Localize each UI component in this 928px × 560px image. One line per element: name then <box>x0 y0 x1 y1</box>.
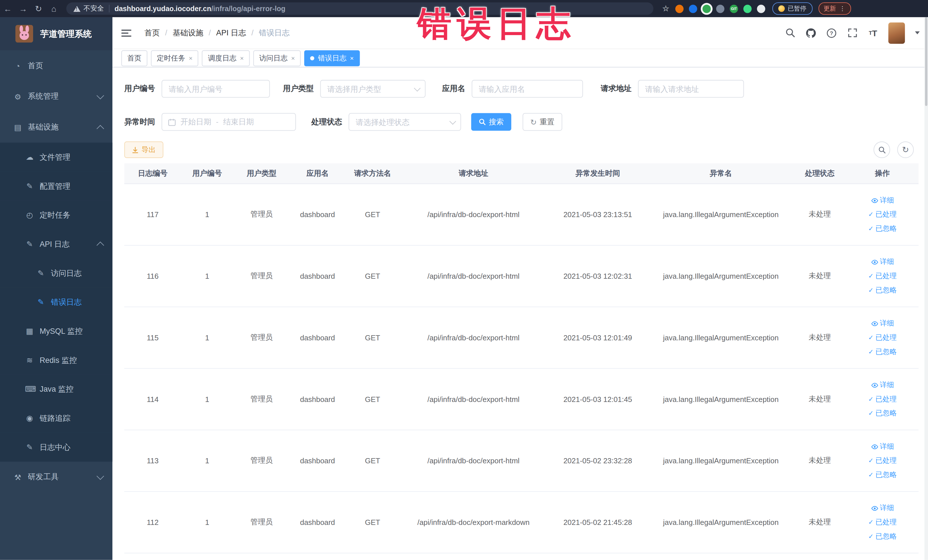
ext-green-icon[interactable] <box>703 5 711 13</box>
search-button[interactable]: 搜索 <box>471 113 511 131</box>
tab-home[interactable]: 首页 <box>121 50 147 66</box>
column-header[interactable]: 请求方法名 <box>345 168 400 178</box>
sidebar-item-file-management[interactable]: ☁ 文件管理 <box>0 143 112 172</box>
sidebar-item-scheduled-tasks[interactable]: ◴ 定时任务 <box>0 201 112 230</box>
column-header[interactable]: 异常发生时间 <box>547 168 649 178</box>
fullscreen-icon[interactable] <box>847 27 858 38</box>
column-header[interactable]: 应用名 <box>290 168 345 178</box>
sidebar-item-error-log[interactable]: ✎ 错误日志 <box>0 288 112 317</box>
reset-button[interactable]: ↻ 重置 <box>523 113 562 131</box>
user-menu-caret-icon[interactable] <box>915 31 920 34</box>
column-header[interactable]: 日志编号 <box>124 168 181 178</box>
show-search-toggle-button[interactable] <box>873 142 890 158</box>
page-scrollbar[interactable] <box>925 17 928 560</box>
action-detail-link[interactable]: 详细 <box>871 257 894 267</box>
sidebar-item-access-log[interactable]: ✎ 访问日志 <box>0 259 112 288</box>
browser-home-icon[interactable]: ⌂ <box>46 4 62 13</box>
kebab-menu-icon[interactable]: ⋮ <box>839 5 846 12</box>
browser-reload-icon[interactable]: ↻ <box>31 4 46 13</box>
logo[interactable]: 芋道管理系统 <box>0 17 112 50</box>
action-processed-link[interactable]: ✓ 已处理 <box>868 209 897 220</box>
sidebar-item-config-management[interactable]: ✎ 配置管理 <box>0 172 112 201</box>
ext-grid-icon[interactable] <box>716 5 724 13</box>
tab-schedule-log[interactable]: 调度日志 × <box>202 50 250 66</box>
exception-time-range-picker[interactable]: 开始日期 - 结束日期 <box>162 113 296 131</box>
bookmark-star-icon[interactable]: ☆ <box>662 5 670 13</box>
ext-leaf-icon[interactable] <box>743 5 752 13</box>
action-ignored-link[interactable]: ✓ 已忽略 <box>868 347 897 357</box>
app-name-input[interactable] <box>472 80 583 98</box>
breadcrumb-item[interactable]: API 日志 <box>216 27 246 38</box>
request-url-input[interactable] <box>638 80 744 98</box>
action-ignored-link[interactable]: ✓ 已忽略 <box>868 470 897 480</box>
sidebar-item-mysql-monitor[interactable]: ▦ MySQL 监控 <box>0 317 112 346</box>
action-detail-link[interactable]: 详细 <box>871 195 894 205</box>
chevron-icon <box>96 472 104 479</box>
column-header[interactable]: 用户类型 <box>233 168 290 178</box>
action-detail-link[interactable]: 详细 <box>871 442 894 452</box>
browser-forward-icon[interactable]: → <box>15 4 31 13</box>
process-status-select-input[interactable] <box>349 113 461 131</box>
sidebar-item-infrastructure[interactable]: ▤ 基础设施 <box>0 112 112 143</box>
sidebar-item-home[interactable]: ◔ 首页 <box>0 50 112 81</box>
tab-scheduled-tasks[interactable]: 定时任务 × <box>151 50 198 66</box>
breadcrumb-item[interactable]: 基础设施 <box>172 27 203 38</box>
action-detail-link[interactable]: 详细 <box>871 380 894 390</box>
action-processed-link[interactable]: ✓ 已处理 <box>868 333 897 343</box>
user-type-select-input[interactable] <box>320 80 425 98</box>
sidebar-item-dev-tools[interactable]: ⚒ 研发工具 <box>0 462 112 492</box>
menu-icon: ⌨ <box>25 385 34 394</box>
breadcrumb-item[interactable]: 首页 <box>144 27 160 38</box>
tab-close-icon[interactable]: × <box>240 55 244 61</box>
scrollbar-thumb[interactable] <box>925 17 927 106</box>
action-ignored-link[interactable]: ✓ 已忽略 <box>868 224 897 233</box>
browser-back-icon[interactable]: ← <box>0 4 15 13</box>
ext-git-icon[interactable]: GIT <box>730 5 738 13</box>
tab-close-icon[interactable]: × <box>189 55 192 61</box>
ext-orange-icon[interactable] <box>675 5 684 13</box>
help-icon[interactable]: ? <box>826 27 837 38</box>
sidebar-item-log-center[interactable]: ✎ 日志中心 <box>0 433 112 462</box>
action-processed-link[interactable]: ✓ 已处理 <box>868 271 897 281</box>
column-header[interactable]: 处理状态 <box>793 168 846 178</box>
process-status-select[interactable] <box>349 113 461 131</box>
hamburger-icon[interactable] <box>121 27 131 38</box>
sidebar-item-trace[interactable]: ◉ 链路追踪 <box>0 404 112 433</box>
user-type-select[interactable] <box>320 80 425 98</box>
font-size-icon[interactable]: TT <box>867 27 878 38</box>
column-header[interactable]: 异常名 <box>649 168 793 178</box>
action-detail-link[interactable]: 详细 <box>871 318 894 328</box>
sidebar-item-redis-monitor[interactable]: ≋ Redis 监控 <box>0 346 112 375</box>
column-header[interactable]: 请求地址 <box>400 168 547 178</box>
tab-close-icon[interactable]: × <box>350 55 354 61</box>
action-ignored-link[interactable]: ✓ 已忽略 <box>868 408 897 418</box>
sidebar-item-api-log[interactable]: ✎ API 日志 <box>0 230 112 259</box>
tab-close-icon[interactable]: × <box>291 55 295 61</box>
search-icon[interactable] <box>785 27 795 38</box>
column-header[interactable]: 用户编号 <box>181 168 234 178</box>
tab-access-log[interactable]: 访问日志 × <box>253 50 301 66</box>
url-path: /infra/log/api-error-log <box>211 5 285 13</box>
ext-blue-icon[interactable] <box>689 5 697 13</box>
user-id-input[interactable] <box>162 80 270 98</box>
browser-update-button[interactable]: 更新 ⋮ <box>818 2 851 15</box>
date-end-placeholder[interactable]: 结束日期 <box>223 117 254 127</box>
action-processed-link[interactable]: ✓ 已处理 <box>868 394 897 404</box>
user-avatar[interactable] <box>888 22 905 44</box>
action-ignored-link[interactable]: ✓ 已忽略 <box>868 531 897 542</box>
tab-error-log[interactable]: 错误日志 × <box>304 50 360 66</box>
action-ignored-link[interactable]: ✓ 已忽略 <box>868 285 897 295</box>
action-processed-link[interactable]: ✓ 已处理 <box>868 456 897 465</box>
action-processed-link[interactable]: ✓ 已处理 <box>868 517 897 527</box>
github-icon[interactable] <box>806 27 816 38</box>
sidebar-item-system-management[interactable]: ⚙ 系统管理 <box>0 81 112 112</box>
sidebar-item-java-monitor[interactable]: ⌨ Java 监控 <box>0 375 112 404</box>
refresh-table-button[interactable]: ↻ <box>897 142 914 158</box>
action-detail-link[interactable]: 详细 <box>871 503 894 513</box>
export-button[interactable]: 导出 <box>124 142 163 158</box>
date-start-placeholder[interactable]: 开始日期 <box>180 117 211 127</box>
paused-extension-badge[interactable]: 已暂停 <box>772 2 812 15</box>
column-header[interactable]: 操作 <box>846 168 919 178</box>
ext-puzzle-icon[interactable] <box>757 5 765 13</box>
address-bar[interactable]: 不安全 dashboard.yudao.iocoder.cn/infra/log… <box>66 2 653 15</box>
